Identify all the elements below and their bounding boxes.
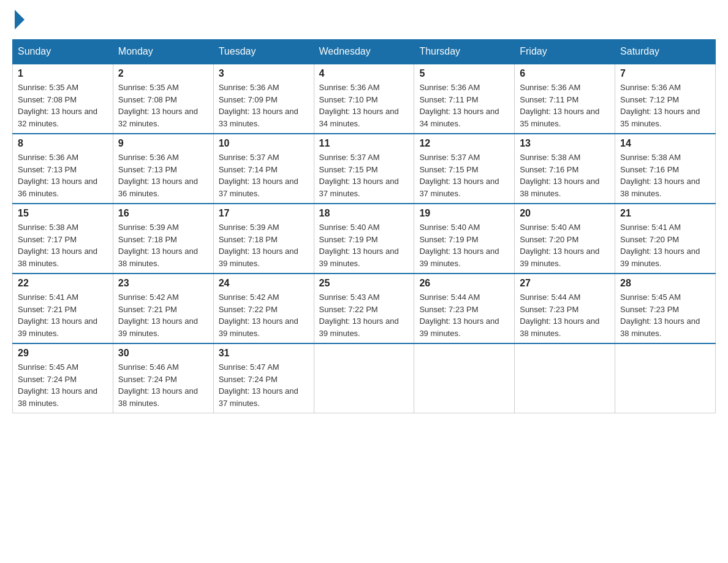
day-info: Sunrise: 5:35 AM Sunset: 7:08 PM Dayligh… (118, 82, 208, 129)
day-number: 12 (419, 138, 509, 149)
calendar-cell: 1 Sunrise: 5:35 AM Sunset: 7:08 PM Dayli… (13, 64, 113, 134)
calendar-cell: 15 Sunrise: 5:38 AM Sunset: 7:17 PM Dayl… (13, 204, 113, 274)
day-info: Sunrise: 5:38 AM Sunset: 7:16 PM Dayligh… (620, 151, 710, 199)
calendar-cell (314, 343, 414, 413)
day-info: Sunrise: 5:37 AM Sunset: 7:14 PM Dayligh… (219, 151, 309, 199)
day-number: 16 (118, 208, 208, 219)
day-number: 20 (520, 208, 610, 219)
calendar-cell: 19 Sunrise: 5:40 AM Sunset: 7:19 PM Dayl… (414, 204, 515, 274)
day-info: Sunrise: 5:36 AM Sunset: 7:13 PM Dayligh… (18, 151, 108, 199)
calendar-cell: 17 Sunrise: 5:39 AM Sunset: 7:18 PM Dayl… (213, 204, 314, 274)
day-info: Sunrise: 5:41 AM Sunset: 7:20 PM Dayligh… (620, 221, 710, 269)
day-info: Sunrise: 5:35 AM Sunset: 7:08 PM Dayligh… (18, 82, 108, 129)
day-number: 3 (219, 68, 309, 79)
day-info: Sunrise: 5:40 AM Sunset: 7:19 PM Dayligh… (319, 221, 409, 269)
week-row-2: 8 Sunrise: 5:36 AM Sunset: 7:13 PM Dayli… (13, 134, 716, 204)
calendar-cell: 6 Sunrise: 5:36 AM Sunset: 7:11 PM Dayli… (515, 64, 615, 134)
calendar-cell: 2 Sunrise: 5:35 AM Sunset: 7:08 PM Dayli… (113, 64, 213, 134)
calendar-cell: 20 Sunrise: 5:40 AM Sunset: 7:20 PM Dayl… (515, 204, 615, 274)
calendar-cell: 7 Sunrise: 5:36 AM Sunset: 7:12 PM Dayli… (615, 64, 716, 134)
day-info: Sunrise: 5:36 AM Sunset: 7:11 PM Dayligh… (419, 82, 509, 129)
day-info: Sunrise: 5:40 AM Sunset: 7:19 PM Dayligh… (419, 221, 509, 269)
logo-triangle-icon (15, 10, 25, 29)
day-number: 15 (18, 208, 108, 219)
day-number: 11 (319, 138, 409, 149)
header-tuesday: Tuesday (213, 40, 314, 64)
day-info: Sunrise: 5:42 AM Sunset: 7:21 PM Dayligh… (118, 291, 208, 339)
calendar-cell: 28 Sunrise: 5:45 AM Sunset: 7:23 PM Dayl… (615, 274, 716, 343)
day-number: 27 (520, 278, 610, 289)
day-number: 28 (620, 278, 710, 289)
day-number: 5 (419, 68, 509, 79)
calendar-cell: 27 Sunrise: 5:44 AM Sunset: 7:23 PM Dayl… (515, 274, 615, 343)
day-number: 9 (118, 138, 208, 149)
calendar-cell: 29 Sunrise: 5:45 AM Sunset: 7:24 PM Dayl… (13, 343, 113, 413)
calendar-body: 1 Sunrise: 5:35 AM Sunset: 7:08 PM Dayli… (13, 64, 716, 413)
day-number: 14 (620, 138, 710, 149)
calendar-cell: 31 Sunrise: 5:47 AM Sunset: 7:24 PM Dayl… (213, 343, 314, 413)
day-number: 6 (520, 68, 610, 79)
header-thursday: Thursday (414, 40, 515, 64)
day-info: Sunrise: 5:47 AM Sunset: 7:24 PM Dayligh… (219, 361, 309, 409)
calendar-cell: 25 Sunrise: 5:43 AM Sunset: 7:22 PM Dayl… (314, 274, 414, 343)
day-number: 1 (18, 68, 108, 79)
calendar-cell: 21 Sunrise: 5:41 AM Sunset: 7:20 PM Dayl… (615, 204, 716, 274)
logo (12, 12, 25, 27)
day-info: Sunrise: 5:37 AM Sunset: 7:15 PM Dayligh… (419, 151, 509, 199)
calendar-cell (515, 343, 615, 413)
header-sunday: Sunday (13, 40, 113, 64)
calendar-cell: 23 Sunrise: 5:42 AM Sunset: 7:21 PM Dayl… (113, 274, 213, 343)
calendar-cell: 24 Sunrise: 5:42 AM Sunset: 7:22 PM Dayl… (213, 274, 314, 343)
calendar-cell: 12 Sunrise: 5:37 AM Sunset: 7:15 PM Dayl… (414, 134, 515, 204)
calendar-cell: 18 Sunrise: 5:40 AM Sunset: 7:19 PM Dayl… (314, 204, 414, 274)
day-info: Sunrise: 5:39 AM Sunset: 7:18 PM Dayligh… (118, 221, 208, 269)
week-row-1: 1 Sunrise: 5:35 AM Sunset: 7:08 PM Dayli… (13, 64, 716, 134)
week-row-4: 22 Sunrise: 5:41 AM Sunset: 7:21 PM Dayl… (13, 274, 716, 343)
header-monday: Monday (113, 40, 213, 64)
day-number: 31 (219, 348, 309, 359)
day-info: Sunrise: 5:44 AM Sunset: 7:23 PM Dayligh… (520, 291, 610, 339)
day-info: Sunrise: 5:36 AM Sunset: 7:11 PM Dayligh… (520, 82, 610, 129)
day-number: 29 (18, 348, 108, 359)
day-info: Sunrise: 5:39 AM Sunset: 7:18 PM Dayligh… (219, 221, 309, 269)
day-number: 19 (419, 208, 509, 219)
day-info: Sunrise: 5:37 AM Sunset: 7:15 PM Dayligh… (319, 151, 409, 199)
day-info: Sunrise: 5:38 AM Sunset: 7:17 PM Dayligh… (18, 221, 108, 269)
header-saturday: Saturday (615, 40, 716, 64)
day-number: 24 (219, 278, 309, 289)
calendar-cell (615, 343, 716, 413)
calendar-cell: 10 Sunrise: 5:37 AM Sunset: 7:14 PM Dayl… (213, 134, 314, 204)
calendar-cell: 13 Sunrise: 5:38 AM Sunset: 7:16 PM Dayl… (515, 134, 615, 204)
calendar-table: SundayMondayTuesdayWednesdayThursdayFrid… (12, 39, 716, 413)
day-number: 18 (319, 208, 409, 219)
day-number: 10 (219, 138, 309, 149)
day-info: Sunrise: 5:40 AM Sunset: 7:20 PM Dayligh… (520, 221, 610, 269)
day-number: 30 (118, 348, 208, 359)
calendar-cell: 16 Sunrise: 5:39 AM Sunset: 7:18 PM Dayl… (113, 204, 213, 274)
calendar-cell: 22 Sunrise: 5:41 AM Sunset: 7:21 PM Dayl… (13, 274, 113, 343)
day-number: 8 (18, 138, 108, 149)
day-number: 17 (219, 208, 309, 219)
day-number: 26 (419, 278, 509, 289)
page-header (12, 12, 716, 27)
header-wednesday: Wednesday (314, 40, 414, 64)
day-number: 2 (118, 68, 208, 79)
day-info: Sunrise: 5:45 AM Sunset: 7:23 PM Dayligh… (620, 291, 710, 339)
day-number: 25 (319, 278, 409, 289)
day-info: Sunrise: 5:36 AM Sunset: 7:10 PM Dayligh… (319, 82, 409, 129)
calendar-cell: 30 Sunrise: 5:46 AM Sunset: 7:24 PM Dayl… (113, 343, 213, 413)
calendar-cell: 8 Sunrise: 5:36 AM Sunset: 7:13 PM Dayli… (13, 134, 113, 204)
calendar-cell: 3 Sunrise: 5:36 AM Sunset: 7:09 PM Dayli… (213, 64, 314, 134)
calendar-cell: 14 Sunrise: 5:38 AM Sunset: 7:16 PM Dayl… (615, 134, 716, 204)
day-info: Sunrise: 5:36 AM Sunset: 7:09 PM Dayligh… (219, 82, 309, 129)
day-number: 4 (319, 68, 409, 79)
header-friday: Friday (515, 40, 615, 64)
calendar-cell: 11 Sunrise: 5:37 AM Sunset: 7:15 PM Dayl… (314, 134, 414, 204)
week-row-3: 15 Sunrise: 5:38 AM Sunset: 7:17 PM Dayl… (13, 204, 716, 274)
day-info: Sunrise: 5:46 AM Sunset: 7:24 PM Dayligh… (118, 361, 208, 409)
day-info: Sunrise: 5:38 AM Sunset: 7:16 PM Dayligh… (520, 151, 610, 199)
day-number: 21 (620, 208, 710, 219)
day-number: 22 (18, 278, 108, 289)
day-info: Sunrise: 5:44 AM Sunset: 7:23 PM Dayligh… (419, 291, 509, 339)
day-number: 23 (118, 278, 208, 289)
